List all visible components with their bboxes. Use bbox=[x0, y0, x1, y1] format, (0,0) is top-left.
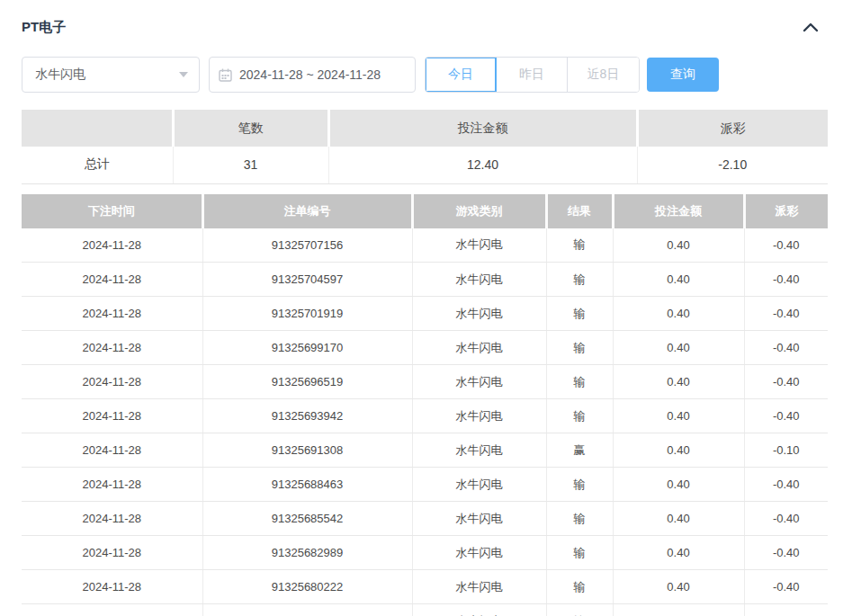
collapse-panel-button[interactable] bbox=[801, 18, 821, 36]
cell-bet-amount: 0.40 bbox=[613, 399, 744, 433]
summary-total-payout: -2.10 bbox=[637, 147, 828, 183]
table-row: 2024-11-28 91325699170 水牛闪电 输 0.40 -0.40 bbox=[22, 331, 828, 365]
table-row: 2024-11-28 91325701919 水牛闪电 输 0.40 -0.40 bbox=[22, 297, 828, 331]
cell-payout: -0.40 bbox=[744, 468, 828, 502]
cell-bet-amount: 0.40 bbox=[613, 536, 744, 570]
cell-bet-amount bbox=[613, 604, 744, 616]
cell-result: 输 bbox=[546, 536, 613, 570]
cell-bet-time: 2024-11-28 bbox=[22, 468, 202, 502]
query-button[interactable]: 查询 bbox=[647, 58, 719, 92]
chevron-down-icon bbox=[179, 72, 188, 77]
cell-bet-amount: 0.40 bbox=[613, 228, 744, 263]
cell-bet-amount: 0.40 bbox=[613, 297, 744, 331]
cell-result: 输 bbox=[546, 399, 613, 433]
cell-game-type: 水牛闪电 bbox=[412, 263, 546, 297]
cell-bet-time: 2024-11-28 bbox=[22, 228, 202, 263]
cell-bet-amount: 0.40 bbox=[613, 502, 744, 536]
cell-bet-amount: 0.40 bbox=[613, 468, 744, 502]
cell-game-type: 水牛闪电 bbox=[412, 502, 546, 536]
chevron-up-icon bbox=[803, 22, 819, 32]
records-header-payout: 派彩 bbox=[744, 194, 828, 228]
cell-game-type: 水牛闪电 bbox=[412, 536, 546, 570]
cell-result: 输 bbox=[546, 331, 613, 365]
cell-game-type: 水牛闪电 bbox=[412, 468, 546, 502]
cell-bet-amount: 0.40 bbox=[613, 365, 744, 399]
today-button[interactable]: 今日 bbox=[426, 58, 497, 92]
cell-game-type: 水牛闪电 bbox=[412, 297, 546, 331]
table-row: 2024-11-28 91325704597 水牛闪电 输 0.40 -0.40 bbox=[22, 263, 828, 297]
cell-game-type: 水牛闪电 bbox=[412, 399, 546, 433]
cell-bet-id: 91325699170 bbox=[202, 331, 412, 365]
yesterday-button[interactable]: 昨日 bbox=[497, 58, 568, 92]
cell-bet-time: 2024-11-28 bbox=[22, 399, 202, 433]
calendar-icon bbox=[219, 68, 232, 82]
cell-bet-id: 91325680222 bbox=[202, 570, 412, 604]
summary-total-count: 31 bbox=[173, 147, 328, 183]
cell-payout: -0.10 bbox=[744, 433, 828, 468]
summary-header-row: 笔数 投注金额 派彩 bbox=[22, 110, 828, 147]
summary-header-empty bbox=[22, 110, 173, 147]
cell-game-type: 水牛闪电 bbox=[412, 433, 546, 468]
cell-payout: -0.40 bbox=[744, 570, 828, 604]
cell-payout bbox=[744, 604, 828, 616]
cell-result: 赢 bbox=[546, 433, 613, 468]
cell-bet-time: 2024-11-28 bbox=[22, 263, 202, 297]
table-row: 2024-11-28 91325693942 水牛闪电 输 0.40 -0.40 bbox=[22, 399, 828, 433]
panel-header: PT电子 bbox=[22, 18, 828, 36]
cell-result: 输 bbox=[546, 228, 613, 263]
cell-bet-amount: 0.40 bbox=[613, 331, 744, 365]
cell-bet-time: 2024-11-28 bbox=[22, 536, 202, 570]
summary-header-bet-amount: 投注金额 bbox=[328, 110, 637, 147]
cell-bet-id: 91325704597 bbox=[202, 263, 412, 297]
cell-bet-id: 91325696519 bbox=[202, 365, 412, 399]
table-row: 2024-11-28 91325707156 水牛闪电 输 0.40 -0.40 bbox=[22, 228, 828, 263]
cell-bet-time: 2024-11-28 bbox=[22, 502, 202, 536]
cell-bet-id bbox=[202, 604, 412, 616]
cell-bet-id: 91325682989 bbox=[202, 536, 412, 570]
cell-bet-id: 91325685542 bbox=[202, 502, 412, 536]
table-row: 2024-11-28 91325680222 水牛闪电 输 0.40 -0.40 bbox=[22, 570, 828, 604]
cell-bet-time bbox=[22, 604, 202, 616]
cell-game-type: 水牛闪电 bbox=[412, 604, 546, 616]
page-title: PT电子 bbox=[22, 19, 66, 36]
cell-bet-amount: 0.40 bbox=[613, 263, 744, 297]
cell-payout: -0.40 bbox=[744, 399, 828, 433]
cell-result: 输 bbox=[546, 297, 613, 331]
records-header-result: 结果 bbox=[546, 194, 613, 228]
cell-bet-time: 2024-11-28 bbox=[22, 297, 202, 331]
cell-result: 输 bbox=[546, 468, 613, 502]
records-header-game-type: 游戏类别 bbox=[412, 194, 546, 228]
pt-electronic-panel: PT电子 水牛闪电 bbox=[0, 0, 843, 616]
summary-header-count: 笔数 bbox=[173, 110, 328, 147]
last-8-days-button[interactable]: 近8日 bbox=[568, 58, 639, 92]
cell-payout: -0.40 bbox=[744, 228, 828, 263]
summary-total-label: 总计 bbox=[22, 147, 173, 183]
table-row: 2024-11-28 91325688463 水牛闪电 输 0.40 -0.40 bbox=[22, 468, 828, 502]
cell-bet-id: 91325691308 bbox=[202, 433, 412, 468]
summary-table: 笔数 投注金额 派彩 总计 31 12.40 -2.10 bbox=[22, 110, 828, 184]
game-select[interactable]: 水牛闪电 bbox=[22, 57, 200, 93]
cell-bet-id: 91325693942 bbox=[202, 399, 412, 433]
date-range-value: 2024-11-28 ~ 2024-11-28 bbox=[239, 67, 381, 82]
cell-payout: -0.40 bbox=[744, 502, 828, 536]
cell-game-type: 水牛闪电 bbox=[412, 228, 546, 263]
cell-bet-id: 91325701919 bbox=[202, 297, 412, 331]
cell-bet-amount: 0.40 bbox=[613, 570, 744, 604]
filter-bar: 水牛闪电 2024-11-28 ~ 2024-11-28 今日 昨 bbox=[22, 57, 828, 93]
summary-header-payout: 派彩 bbox=[637, 110, 828, 147]
table-row: 水牛闪电 输 bbox=[22, 604, 828, 616]
cell-payout: -0.40 bbox=[744, 331, 828, 365]
table-row: 2024-11-28 91325696519 水牛闪电 输 0.40 -0.40 bbox=[22, 365, 828, 399]
cell-payout: -0.40 bbox=[744, 365, 828, 399]
date-range-input[interactable]: 2024-11-28 ~ 2024-11-28 bbox=[209, 57, 416, 93]
cell-result: 输 bbox=[546, 365, 613, 399]
quick-date-button-group: 今日 昨日 近8日 bbox=[425, 57, 640, 93]
cell-result: 输 bbox=[546, 263, 613, 297]
cell-result: 输 bbox=[546, 502, 613, 536]
game-select-value: 水牛闪电 bbox=[35, 67, 85, 83]
cell-result: 输 bbox=[546, 604, 613, 616]
table-row: 2024-11-28 91325685542 水牛闪电 输 0.40 -0.40 bbox=[22, 502, 828, 536]
records-header-row: 下注时间 注单编号 游戏类别 结果 投注金额 派彩 bbox=[22, 194, 828, 228]
cell-bet-time: 2024-11-28 bbox=[22, 570, 202, 604]
cell-bet-time: 2024-11-28 bbox=[22, 331, 202, 365]
